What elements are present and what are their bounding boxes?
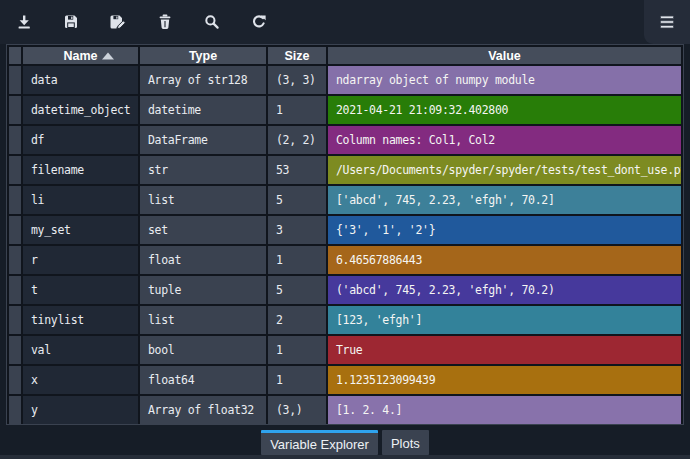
search-icon — [203, 13, 221, 31]
cell-type[interactable]: datetime — [140, 96, 266, 124]
cell-name[interactable]: datetime_object — [23, 96, 138, 124]
table-row[interactable]: yArray of float32(3,)[1. 2. 4.] — [9, 396, 681, 424]
cell-name[interactable]: my_set — [23, 216, 138, 244]
refresh-button[interactable] — [248, 5, 269, 39]
cell-type[interactable]: float64 — [140, 366, 266, 394]
cell-type[interactable]: tuple — [140, 276, 266, 304]
row-handle — [9, 276, 21, 304]
row-handle — [9, 336, 21, 364]
refresh-icon — [250, 13, 268, 31]
variable-table: Name Type Size Value dataArray of str128… — [6, 44, 684, 425]
cell-type[interactable]: float — [140, 246, 266, 274]
cell-name[interactable]: filename — [23, 156, 138, 184]
save-data-button[interactable] — [60, 5, 81, 39]
cell-type[interactable]: list — [140, 306, 266, 334]
cell-name[interactable]: r — [23, 246, 138, 274]
cell-value[interactable]: 2021-04-21 21:09:32.402800 — [328, 96, 681, 124]
column-header-type[interactable]: Type — [140, 47, 266, 64]
cell-type[interactable]: Array of float32 — [140, 396, 266, 424]
cell-size[interactable]: 53 — [268, 156, 326, 184]
cell-size[interactable]: 1 — [268, 336, 326, 364]
cell-type[interactable]: bool — [140, 336, 266, 364]
import-data-icon — [15, 13, 33, 31]
cell-size[interactable]: 1 — [268, 366, 326, 394]
cell-name[interactable]: y — [23, 396, 138, 424]
trash-icon — [156, 13, 174, 31]
table-row[interactable]: datetime_objectdatetime12021-04-21 21:09… — [9, 96, 681, 124]
cell-value[interactable]: ('abcd', 745, 2.23, 'efgh', 70.2) — [328, 276, 681, 304]
cell-type[interactable]: set — [140, 216, 266, 244]
cell-value[interactable]: ndarray object of numpy module — [328, 66, 681, 94]
cell-value[interactable]: 1.1235123099439 — [328, 366, 681, 394]
cell-size[interactable]: 5 — [268, 276, 326, 304]
remove-variable-button[interactable] — [154, 5, 175, 39]
table-header-row: Name Type Size Value — [9, 47, 681, 64]
cell-name[interactable]: t — [23, 276, 138, 304]
cell-value[interactable]: [1. 2. 4.] — [328, 396, 681, 424]
column-header-value[interactable]: Value — [328, 47, 681, 64]
cell-type[interactable]: Array of str128 — [140, 66, 266, 94]
table-row[interactable]: rfloat16.46567886443 — [9, 246, 681, 274]
cell-name[interactable]: x — [23, 366, 138, 394]
table-row[interactable]: valbool1True — [9, 336, 681, 364]
row-handle — [9, 156, 21, 184]
row-handle — [9, 306, 21, 334]
cell-value[interactable]: Column names: Col1, Col2 — [328, 126, 681, 154]
cell-size[interactable]: (2, 2) — [268, 126, 326, 154]
tab-variable-explorer[interactable]: Variable Explorer — [261, 430, 378, 455]
row-handle — [9, 216, 21, 244]
column-header-name[interactable]: Name — [23, 47, 138, 64]
cell-name[interactable]: data — [23, 66, 138, 94]
row-handle — [9, 126, 21, 154]
row-handle — [9, 366, 21, 394]
save-data-icon — [62, 13, 80, 31]
row-handle — [9, 246, 21, 274]
row-handle — [9, 66, 21, 94]
cell-name[interactable]: val — [23, 336, 138, 364]
row-handle — [9, 186, 21, 214]
variable-explorer-pane: Name Type Size Value dataArray of str128… — [0, 0, 690, 459]
cell-value[interactable]: /Users/Documents/spyder/spyder/tests/tes… — [328, 156, 681, 184]
cell-type[interactable]: list — [140, 186, 266, 214]
corner-header-cell — [9, 47, 21, 64]
cell-value[interactable]: [123, 'efgh'] — [328, 306, 681, 334]
hamburger-menu-icon — [658, 14, 676, 30]
table-row[interactable]: dfDataFrame(2, 2)Column names: Col1, Col… — [9, 126, 681, 154]
table-row[interactable]: xfloat6411.1235123099439 — [9, 366, 681, 394]
cell-size[interactable]: 5 — [268, 186, 326, 214]
cell-name[interactable]: tinylist — [23, 306, 138, 334]
options-menu-button[interactable] — [644, 0, 690, 44]
cell-value[interactable]: {'3', '1', '2'} — [328, 216, 681, 244]
search-button[interactable] — [201, 5, 222, 39]
cell-size[interactable]: 1 — [268, 96, 326, 124]
table-row[interactable]: dataArray of str128(3, 3)ndarray object … — [9, 66, 681, 94]
table-row[interactable]: my_setset3{'3', '1', '2'} — [9, 216, 681, 244]
variable-table-body: dataArray of str128(3, 3)ndarray object … — [9, 66, 681, 424]
cell-size[interactable]: 1 — [268, 246, 326, 274]
cell-size[interactable]: 3 — [268, 216, 326, 244]
table-row[interactable]: ttuple5('abcd', 745, 2.23, 'efgh', 70.2) — [9, 276, 681, 304]
cell-name[interactable]: li — [23, 186, 138, 214]
cell-type[interactable]: str — [140, 156, 266, 184]
row-handle — [9, 96, 21, 124]
cell-size[interactable]: (3,) — [268, 396, 326, 424]
import-data-button[interactable] — [13, 5, 34, 39]
column-header-name-label: Name — [63, 49, 97, 63]
cell-size[interactable]: 2 — [268, 306, 326, 334]
row-handle — [9, 396, 21, 424]
sort-ascending-icon — [102, 52, 114, 59]
table-row[interactable]: lilist5['abcd', 745, 2.23, 'efgh', 70.2] — [9, 186, 681, 214]
pane-tabbar: Variable Explorer Plots — [0, 429, 690, 455]
table-row[interactable]: filenamestr53/Users/Documents/spyder/spy… — [9, 156, 681, 184]
bottom-strip — [0, 455, 690, 459]
cell-value[interactable]: True — [328, 336, 681, 364]
table-row[interactable]: tinylistlist2[123, 'efgh'] — [9, 306, 681, 334]
cell-size[interactable]: (3, 3) — [268, 66, 326, 94]
cell-value[interactable]: ['abcd', 745, 2.23, 'efgh', 70.2] — [328, 186, 681, 214]
tab-plots[interactable]: Plots — [382, 430, 429, 455]
column-header-size[interactable]: Size — [268, 47, 326, 64]
cell-type[interactable]: DataFrame — [140, 126, 266, 154]
cell-value[interactable]: 6.46567886443 — [328, 246, 681, 274]
cell-name[interactable]: df — [23, 126, 138, 154]
save-data-as-button[interactable] — [107, 5, 128, 39]
